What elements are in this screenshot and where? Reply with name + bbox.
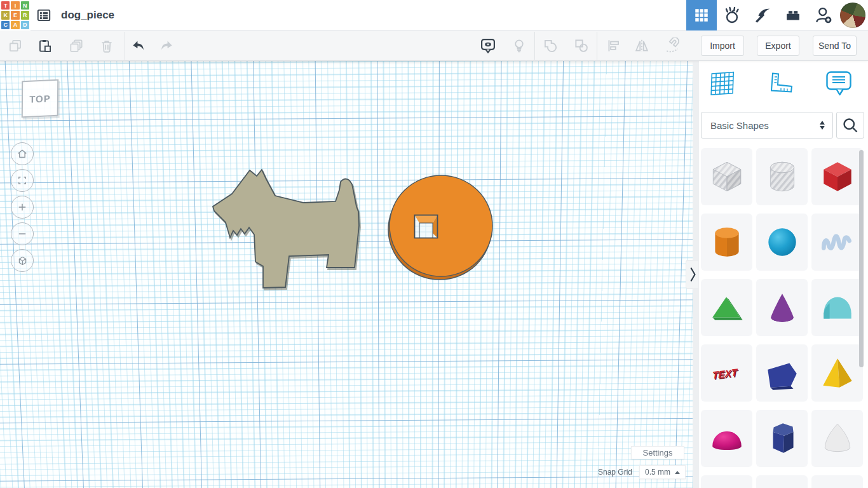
snap-grid-value: 0.5 mm [645,468,670,477]
paste-icon[interactable] [34,36,55,56]
show-all-icon[interactable] [478,36,498,56]
logo-letter: E [11,11,19,19]
shape-tile-scribble[interactable] [811,214,863,271]
notes-icon[interactable] [822,66,856,102]
toolbar-separator [597,32,597,60]
view-cube-label: TOP [29,93,51,104]
shape-tile-text-red[interactable]: TEXT TEXT [701,344,752,402]
snap-grid-label: Snap Grid [598,468,632,477]
snap-grid-select[interactable]: 0.5 mm [639,465,686,479]
shape-tile-polygon-navy[interactable] [756,410,808,467]
perspective-icon[interactable] [11,249,34,272]
panel-scrollbar[interactable] [859,150,864,367]
shape-tile-round-roof-teal[interactable] [811,279,863,336]
hide-lightbulb-icon[interactable] [509,36,529,56]
updown-stepper-icon [820,121,825,130]
shape-tile-paraboloid-white[interactable] [811,410,863,467]
delete-icon[interactable] [97,36,117,56]
group-icon[interactable] [540,36,560,56]
logo-letter: A [11,21,19,29]
undo-icon[interactable] [128,36,148,56]
tinkercad-logo[interactable]: T I N K E R C A D [0,0,31,30]
redo-icon[interactable] [157,36,177,56]
zoom-in-icon[interactable] [11,196,34,219]
shape-tile-roof-green[interactable] [701,279,752,336]
logo-letter: C [1,21,10,29]
search-icon[interactable] [836,112,864,139]
shape-tile-wedge-blue[interactable] [756,344,808,402]
logo-letter: N [21,1,29,10]
round-tag-with-square-hole[interactable] [386,172,501,283]
shape-tile-partial[interactable] [811,475,863,488]
header-bar: T I N K E R C A D dog_piece [0,0,868,30]
shape-tile-box-red[interactable] [811,148,863,205]
minecraft-pickaxe-icon[interactable] [747,0,778,30]
chevron-up-icon [675,471,680,474]
shape-tile-box-transparent[interactable] [701,148,752,205]
shape-tile-cylinder-transparent[interactable] [756,148,808,205]
shape-tile-cylinder-orange[interactable] [701,214,752,271]
toolbar-separator [534,32,535,60]
align-icon[interactable] [604,36,624,56]
toolbar-separator [125,32,125,60]
dashboard-grid-icon[interactable] [686,0,717,30]
import-button[interactable]: Import [701,36,744,56]
3d-viewport[interactable]: TOP [0,61,693,488]
edit-toolbar: Import Export Send To [0,30,868,61]
shapes-panel: Basic Shapes [699,61,868,488]
collapse-panel-button[interactable] [686,260,698,289]
design-title: dog_piece [61,9,114,22]
logo-letter: R [21,11,29,19]
invite-person-icon[interactable] [808,0,839,30]
workplane-icon[interactable] [705,66,740,102]
export-button[interactable]: Export [757,36,799,56]
scottie-dog-shape[interactable] [210,162,369,297]
magnet-icon[interactable] [662,36,682,56]
copy-icon[interactable] [5,36,25,56]
tinkercad-app: T I N K E R C A D dog_piece [0,0,868,488]
logo-letter: D [21,21,29,29]
design-list-icon[interactable] [34,6,53,25]
header-right-nav [686,0,868,30]
user-avatar[interactable] [840,3,865,28]
duplicate-icon[interactable] [66,36,86,56]
shape-tile-partial[interactable] [701,475,752,488]
zoom-out-icon[interactable] [11,222,34,245]
shape-tile-cone-purple[interactable] [756,279,808,336]
shape-category-value: Basic Shapes [710,120,769,131]
logo-letter: K [1,11,10,19]
send-to-button[interactable]: Send To [813,36,857,56]
sim-lab-falling-apple-icon[interactable] [717,0,747,30]
mirror-icon[interactable] [632,36,652,56]
fit-view-icon[interactable] [11,169,34,192]
shape-category-dropdown[interactable]: Basic Shapes [701,112,833,139]
ruler-icon[interactable] [764,66,799,102]
home-view-icon[interactable] [11,142,34,165]
logo-letter: I [11,1,19,10]
logo-letter: T [1,1,10,10]
settings-button[interactable]: Settings [631,446,684,459]
shape-tile-pyramid-yellow[interactable] [811,344,863,402]
shape-tile-half-sphere-magenta[interactable] [701,410,752,467]
shape-tile-sphere-blue[interactable] [756,214,808,271]
shape-tile-partial[interactable] [756,475,808,488]
brick-icon[interactable] [778,0,808,30]
ungroup-icon[interactable] [571,36,592,56]
view-cube[interactable]: TOP [22,79,58,118]
